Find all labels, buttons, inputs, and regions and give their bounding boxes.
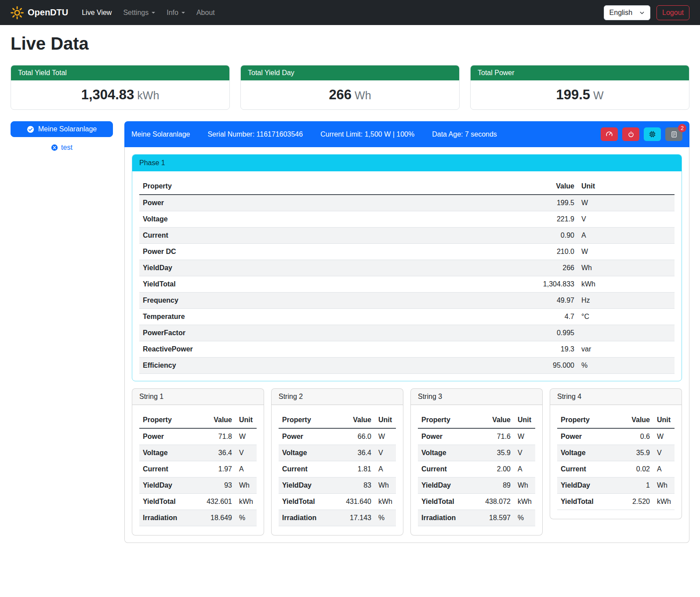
row-unit: Wh xyxy=(236,478,257,494)
check-circle-icon xyxy=(27,126,34,133)
row-property: YieldDay xyxy=(557,478,621,494)
inverter-item-test[interactable]: test xyxy=(11,144,113,152)
col-value: Value xyxy=(342,412,375,428)
page-content: Live Data Total Yield Total 1,304.83kWh … xyxy=(0,25,700,555)
inverter-select-button[interactable]: Meine Solaranlage xyxy=(11,121,113,137)
inverter-name: Meine Solaranlage xyxy=(131,130,190,138)
row-property: Efficiency xyxy=(139,358,525,374)
row-value: 0.995 xyxy=(525,325,578,341)
row-value: 266 xyxy=(525,260,578,276)
string-card: String 2 Property Value Unit xyxy=(271,388,403,535)
table-row: Power 0.6 W xyxy=(557,428,675,445)
logout-button[interactable]: Logout xyxy=(656,5,689,20)
row-unit: V xyxy=(578,211,675,228)
inverter-item-test-label: test xyxy=(61,144,73,152)
row-property: Irradiation xyxy=(139,510,203,526)
strings-row: String 1 Property Value Unit xyxy=(132,388,682,535)
table-row: YieldTotal 1,304.833 kWh xyxy=(139,276,675,293)
string-table: Property Value Unit Power xyxy=(418,412,535,526)
summary-card: Total Yield Day 266Wh xyxy=(240,65,460,110)
row-unit: W xyxy=(578,244,675,260)
table-row: Current 0.90 A xyxy=(139,228,675,244)
power-icon xyxy=(627,131,635,138)
row-property: YieldTotal xyxy=(418,494,482,510)
col-value: Value xyxy=(482,412,514,428)
table-row: Current 2.00 A xyxy=(418,461,535,478)
table-header-row: Property Value Unit xyxy=(279,412,396,428)
row-value: 221.9 xyxy=(525,211,578,228)
table-row: PowerFactor 0.995 xyxy=(139,325,675,341)
col-unit: Unit xyxy=(514,412,535,428)
string-body: Property Value Unit Power xyxy=(411,405,542,535)
table-row: YieldTotal 431.640 kWh xyxy=(279,494,396,510)
row-unit: A xyxy=(236,461,257,478)
top-navbar: OpenDTU Live View Settings Info About En… xyxy=(0,0,700,25)
row-property: Voltage xyxy=(139,445,203,461)
row-property: YieldDay xyxy=(139,260,525,276)
table-row: Frequency 49.97 Hz xyxy=(139,293,675,309)
nav-info[interactable]: Info xyxy=(161,5,191,20)
table-header-row: Property Value Unit xyxy=(139,412,257,428)
event-count-badge: 2 xyxy=(678,124,686,132)
row-unit: kWh xyxy=(578,276,675,293)
row-property: Voltage xyxy=(557,445,621,461)
nav-settings[interactable]: Settings xyxy=(117,5,161,20)
brand-link[interactable]: OpenDTU xyxy=(11,6,68,19)
table-row: Efficiency 95.000 % xyxy=(139,358,675,374)
col-value: Value xyxy=(621,412,653,428)
nav-live-view[interactable]: Live View xyxy=(76,5,117,20)
cpu-icon xyxy=(649,130,656,138)
phase-card: Phase 1 Property Value Unit xyxy=(132,154,682,381)
summary-cards: Total Yield Total 1,304.83kWh Total Yiel… xyxy=(11,65,689,110)
table-row: Voltage 35.9 V xyxy=(418,445,535,461)
row-property: YieldTotal xyxy=(139,494,203,510)
row-value: 35.9 xyxy=(621,445,653,461)
chevron-down-icon xyxy=(181,12,185,14)
row-property: ReactivePower xyxy=(139,341,525,358)
row-property: PowerFactor xyxy=(139,325,525,341)
row-property: YieldTotal xyxy=(139,276,525,293)
summary-unit: kWh xyxy=(137,89,159,101)
table-row: Voltage 35.9 V xyxy=(557,445,675,461)
col-unit: Unit xyxy=(375,412,396,428)
row-value: 432.601 xyxy=(203,494,236,510)
event-log-button[interactable]: 2 xyxy=(665,127,682,141)
row-unit: A xyxy=(578,228,675,244)
page-title: Live Data xyxy=(11,34,689,54)
table-row: Current 1.81 A xyxy=(279,461,396,478)
col-value: Value xyxy=(203,412,236,428)
row-unit: V xyxy=(653,445,675,461)
chevron-down-icon xyxy=(152,12,155,14)
data-age: Data Age: 7 seconds xyxy=(432,130,497,138)
col-value: Value xyxy=(525,178,578,195)
row-unit: % xyxy=(236,510,257,526)
inverter-panel-body: Phase 1 Property Value Unit xyxy=(124,147,689,543)
string-table: Property Value Unit Power xyxy=(139,412,257,526)
row-unit: kWh xyxy=(375,494,396,510)
row-unit: kWh xyxy=(514,494,535,510)
row-value: 0.6 xyxy=(621,428,653,445)
row-unit: Wh xyxy=(375,478,396,494)
row-value: 95.000 xyxy=(525,358,578,374)
nav-settings-label: Settings xyxy=(123,9,149,17)
row-property: Voltage xyxy=(139,211,525,228)
limit-settings-button[interactable] xyxy=(601,127,618,141)
language-value: English xyxy=(609,9,632,17)
power-button[interactable] xyxy=(622,127,639,141)
device-info-button[interactable] xyxy=(644,127,661,141)
nav-info-label: Info xyxy=(167,9,178,17)
row-unit: A xyxy=(375,461,396,478)
row-value: 1 xyxy=(621,478,653,494)
table-row: Irradiation 18.649 % xyxy=(139,510,257,526)
row-value: 17.143 xyxy=(342,510,375,526)
col-unit: Unit xyxy=(653,412,675,428)
string-body: Property Value Unit Power xyxy=(550,405,682,519)
row-value: 71.8 xyxy=(203,428,236,445)
row-value: 2.00 xyxy=(482,461,514,478)
string-card: String 1 Property Value Unit xyxy=(132,388,264,535)
summary-card-body: 199.5W xyxy=(471,80,689,109)
table-header-row: Property Value Unit xyxy=(139,178,675,195)
row-unit: W xyxy=(653,428,675,445)
language-select[interactable]: English xyxy=(604,5,650,20)
nav-about[interactable]: About xyxy=(191,5,221,20)
